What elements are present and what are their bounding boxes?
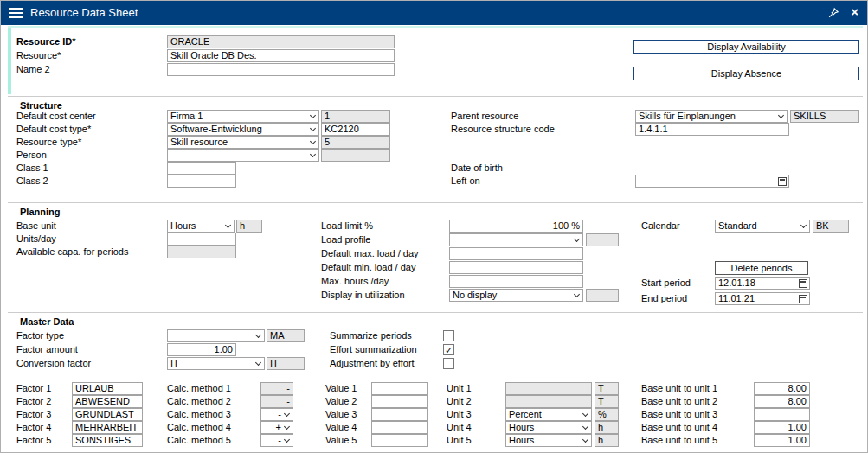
factor-3-label: Factor 3 [16, 408, 51, 421]
value-5-input[interactable] [371, 434, 428, 447]
display-in-utilization-code-field [586, 289, 619, 302]
left-on-label: Left on [451, 175, 480, 188]
base-unit-select[interactable]: Hours [167, 220, 235, 233]
resource-structure-code-input[interactable]: 1.4.1.1 [635, 123, 789, 136]
display-in-utilization-select[interactable]: No display [449, 289, 583, 302]
factor-type-select[interactable] [167, 329, 265, 342]
section-divider [8, 202, 863, 203]
available-capa-field [167, 246, 236, 258]
calc-method-4-select[interactable]: + [260, 421, 293, 434]
delete-periods-button[interactable]: Delete periods [715, 261, 808, 275]
chevron-down-icon [255, 360, 261, 366]
base-unit-to-unit-5-label: Base unit to unit 5 [641, 434, 717, 447]
base-unit-to-unit-1-input[interactable]: 8.00 [754, 382, 810, 395]
value-4-input[interactable] [371, 421, 428, 434]
default-max-load-label: Default max. load / day [321, 247, 419, 260]
display-availability-button[interactable]: Display Availability [633, 40, 859, 54]
resource-type-code-field: 5 [321, 136, 390, 149]
load-profile-code-field [586, 233, 619, 246]
base-unit-to-unit-4-input[interactable]: 1.00 [754, 421, 810, 434]
calc-method-5-label: Calc. method 5 [167, 434, 231, 447]
parent-resource-select[interactable]: Skills für Einplanungen [635, 110, 788, 123]
conversion-factor-select[interactable]: IT [167, 357, 265, 370]
value-3-input[interactable] [371, 408, 428, 421]
calc-method-3-select[interactable]: - [260, 408, 293, 421]
base-unit-to-unit-5-input[interactable]: 1.00 [754, 434, 810, 447]
default-cost-type-select[interactable]: Software-Entwicklung [167, 123, 319, 136]
chevron-down-icon [800, 222, 807, 228]
value-2-input[interactable] [371, 395, 428, 408]
chevron-down-icon [255, 332, 261, 338]
section-divider [8, 312, 863, 313]
value-1-input[interactable] [371, 382, 428, 395]
unit-4-label: Unit 4 [447, 421, 472, 434]
base-unit-to-unit-3-input[interactable] [754, 408, 810, 421]
calendar-icon[interactable] [778, 177, 787, 186]
adjustment-by-effort-checkbox[interactable] [443, 358, 454, 369]
section-divider [8, 96, 863, 97]
factor-1-input[interactable]: URLAUB [72, 382, 143, 395]
summarize-periods-checkbox[interactable] [443, 330, 454, 341]
start-period-date-input[interactable]: 12.01.18 [715, 277, 810, 290]
factor-4-input[interactable]: MEHRARBEIT [72, 421, 143, 434]
calendar-icon[interactable] [799, 279, 807, 288]
base-unit-to-unit-3-label: Base unit to unit 3 [641, 408, 717, 421]
factor-amount-input[interactable]: 1.00 [167, 343, 236, 356]
factor-5-input[interactable]: SONSTIGES [72, 434, 143, 447]
left-on-date-input[interactable] [635, 175, 789, 188]
close-icon[interactable]: × [851, 4, 858, 20]
name2-label: Name 2 [16, 63, 50, 76]
calc-method-5-select[interactable]: - [260, 434, 293, 447]
unit-2-label: Unit 2 [447, 395, 472, 408]
default-cost-center-code-field: 1 [321, 110, 390, 123]
resource-type-select[interactable]: Skill resource [167, 136, 319, 149]
chevron-down-icon [310, 125, 316, 131]
resource-input[interactable]: Skill Oracle DB Des. [167, 49, 395, 62]
planning-heading: Planning [20, 207, 60, 217]
chevron-down-icon [310, 112, 316, 118]
base-unit-to-unit-2-label: Base unit to unit 2 [641, 395, 717, 408]
conversion-factor-code-field: IT [267, 357, 305, 370]
person-select[interactable] [167, 149, 319, 162]
load-profile-label: Load profile [321, 233, 371, 246]
default-cost-type-code-input[interactable]: KC2120 [321, 123, 390, 136]
factor-3-input[interactable]: GRUNDLAST [72, 408, 143, 421]
default-cost-center-select[interactable]: Firma 1 [167, 110, 319, 123]
base-unit-label: Base unit [16, 220, 56, 233]
start-period-label: Start period [641, 277, 691, 290]
load-limit-input[interactable]: 100 % [449, 220, 583, 233]
load-profile-select[interactable] [449, 233, 583, 246]
name2-input[interactable] [167, 63, 395, 76]
max-hours-day-input[interactable] [449, 275, 583, 288]
base-unit-to-unit-2-input[interactable]: 8.00 [754, 395, 810, 408]
unit-4-select[interactable]: Hours [505, 421, 592, 434]
end-period-date-input[interactable]: 11.01.21 [715, 292, 810, 305]
calc-method-4-label: Calc. method 4 [167, 421, 231, 434]
units-day-input[interactable] [167, 233, 236, 246]
accent-bar [8, 28, 11, 94]
unit-1-field [505, 382, 592, 395]
value-5-label: Value 5 [325, 434, 357, 447]
default-max-load-input[interactable] [449, 247, 583, 260]
class1-input[interactable] [167, 162, 236, 175]
value-3-label: Value 3 [325, 408, 357, 421]
menu-icon[interactable] [9, 8, 23, 19]
value-2-label: Value 2 [325, 395, 357, 408]
calendar-select[interactable]: Standard [715, 220, 810, 233]
calendar-icon[interactable] [799, 295, 807, 303]
effort-summarization-checkbox[interactable]: ✓ [443, 344, 454, 355]
unit-5-select[interactable]: Hours [505, 434, 592, 447]
summarize-periods-label: Summarize periods [330, 329, 412, 342]
unit-3-select[interactable]: Percent [505, 408, 592, 421]
chevron-down-icon [574, 236, 580, 242]
calc-method-3-label: Calc. method 3 [167, 408, 231, 421]
pin-icon[interactable] [827, 7, 839, 19]
factor-2-input[interactable]: ABWESEND [72, 395, 143, 408]
class2-input[interactable] [167, 175, 236, 188]
units-day-label: Units/day [16, 233, 56, 246]
default-cost-center-label: Default cost center [16, 110, 96, 123]
available-capa-label: Available capa. for periods [16, 246, 128, 258]
default-min-load-input[interactable] [449, 261, 583, 274]
resource-type-label: Resource type* [16, 136, 81, 149]
display-absence-button[interactable]: Display Absence [633, 67, 859, 80]
